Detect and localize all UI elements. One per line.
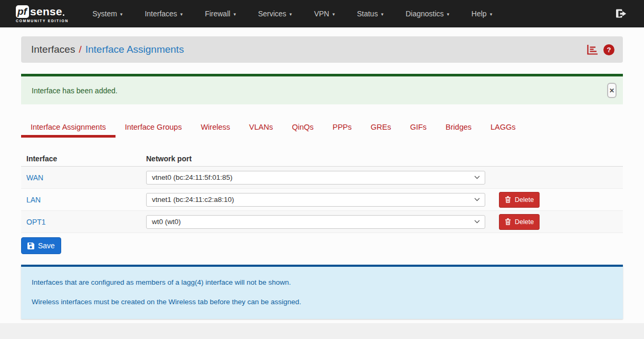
- column-header-interface: Interface: [21, 154, 146, 163]
- delete-button-opt1[interactable]: Delete: [499, 214, 540, 230]
- nav-item-label: VPN: [314, 9, 329, 18]
- chevron-down-icon: ▾: [332, 12, 335, 17]
- nav-item-help[interactable]: Help▾: [460, 0, 503, 27]
- note-wireless: Wireless interfaces must be created on t…: [32, 298, 612, 306]
- interface-tabs: Interface AssignmentsInterface GroupsWir…: [21, 118, 623, 138]
- delete-button-label: Delete: [515, 196, 534, 204]
- actions-cell: Delete: [492, 214, 623, 230]
- trash-icon: [505, 218, 511, 225]
- success-alert: Interface has been added. ✕: [21, 74, 623, 104]
- tab-ppps[interactable]: PPPs: [323, 118, 361, 138]
- pfsense-logo[interactable]: pf sense COMMUNITY EDITION: [16, 5, 69, 23]
- note-lagg: Interfaces that are configured as member…: [32, 278, 612, 286]
- column-header-network-port: Network port: [146, 154, 492, 163]
- chevron-down-icon: ▾: [290, 12, 292, 17]
- alert-message: Interface has been added.: [32, 86, 118, 95]
- tab-gifs[interactable]: GIFs: [400, 118, 436, 138]
- table-row: WANvtnet0 (bc:24:11:5f:01:85): [21, 167, 623, 189]
- chevron-down-icon: ▾: [381, 12, 383, 17]
- tab-interface-assignments[interactable]: Interface Assignments: [21, 118, 116, 138]
- delete-button-label: Delete: [515, 218, 534, 226]
- network-port-select-wan[interactable]: vtnet0 (bc:24:11:5f:01:85): [146, 171, 485, 185]
- close-icon[interactable]: ✕: [607, 83, 617, 98]
- table-rows: WANvtnet0 (bc:24:11:5f:01:85)LANvtnet1 (…: [21, 167, 623, 233]
- logo-registered-dot: [63, 14, 64, 16]
- actions-cell: Delete: [492, 192, 623, 208]
- page-body: Interfaces/Interface Assignments ? Inter…: [0, 36, 644, 319]
- tab-qinqs[interactable]: QinQs: [282, 118, 323, 138]
- status-log-icon[interactable]: [587, 44, 599, 55]
- network-port-selected-value: wt0 (wt0): [152, 218, 181, 226]
- interface-link-lan[interactable]: LAN: [26, 196, 41, 204]
- nav-item-label: Interfaces: [145, 9, 177, 18]
- interface-cell: LAN: [21, 195, 146, 205]
- network-port-selected-value: vtnet1 (bc:24:11:c2:a8:10): [152, 196, 234, 204]
- chevron-down-icon: ▾: [234, 12, 236, 17]
- chevron-down-icon: ▾: [490, 12, 493, 17]
- community-edition-label: COMMUNITY EDITION: [16, 19, 69, 23]
- interface-link-wan[interactable]: WAN: [26, 173, 43, 182]
- breadcrumb-section[interactable]: Interfaces: [31, 44, 75, 55]
- tab-wireless[interactable]: Wireless: [191, 118, 240, 138]
- pf-logo-mark: pf: [16, 5, 29, 18]
- help-icon[interactable]: ?: [603, 44, 614, 55]
- breadcrumb-page: Interface Assignments: [85, 44, 184, 55]
- nav-item-interfaces[interactable]: Interfaces▾: [133, 0, 194, 27]
- tab-laggs[interactable]: LAGGs: [481, 118, 525, 138]
- save-icon: [27, 243, 34, 249]
- save-button[interactable]: Save: [21, 237, 61, 254]
- chevron-down-icon: ▾: [447, 12, 449, 17]
- main-menu: System▾Interfaces▾Firewall▾Services▾VPN▾…: [81, 0, 503, 27]
- table-header-row: Interface Network port: [21, 151, 623, 167]
- interface-assignments-table: Interface Network port WANvtnet0 (bc:24:…: [21, 151, 623, 233]
- nav-item-diagnostics[interactable]: Diagnostics▾: [395, 0, 460, 27]
- network-port-cell: wt0 (wt0): [146, 215, 492, 229]
- table-row: OPT1wt0 (wt0)Delete: [21, 211, 623, 233]
- nav-item-label: Firewall: [205, 9, 230, 18]
- nav-item-status[interactable]: Status▾: [346, 0, 395, 27]
- chevron-down-icon: [474, 220, 480, 224]
- pfsense-logo-text: sense: [30, 5, 62, 18]
- breadcrumb: Interfaces/Interface Assignments ?: [21, 36, 623, 63]
- network-port-cell: vtnet1 (bc:24:11:c2:a8:10): [146, 193, 492, 207]
- chevron-down-icon: ▾: [180, 12, 183, 17]
- nav-item-label: Help: [472, 9, 487, 18]
- network-port-select-lan[interactable]: vtnet1 (bc:24:11:c2:a8:10): [146, 193, 485, 207]
- network-port-cell: vtnet0 (bc:24:11:5f:01:85): [146, 171, 492, 185]
- chevron-down-icon: ▾: [120, 12, 123, 17]
- nav-item-firewall[interactable]: Firewall▾: [194, 0, 247, 27]
- delete-button-lan[interactable]: Delete: [499, 192, 540, 208]
- interface-link-opt1[interactable]: OPT1: [26, 218, 46, 226]
- tab-bridges[interactable]: Bridges: [436, 118, 481, 138]
- nav-item-label: Status: [357, 9, 378, 18]
- tab-vlans[interactable]: VLANs: [239, 118, 282, 138]
- top-navbar: pf sense COMMUNITY EDITION System▾Interf…: [0, 0, 644, 27]
- nav-item-label: System: [92, 9, 117, 18]
- nav-item-vpn[interactable]: VPN▾: [303, 0, 345, 27]
- breadcrumb-separator: /: [79, 44, 81, 55]
- network-port-selected-value: vtnet0 (bc:24:11:5f:01:85): [152, 173, 233, 181]
- main-content-area: pf sense COMMUNITY EDITION System▾Interf…: [0, 0, 644, 323]
- interface-cell: OPT1: [21, 217, 146, 227]
- chevron-down-icon: [474, 176, 480, 179]
- nav-item-label: Services: [258, 9, 286, 18]
- tab-interface-groups[interactable]: Interface Groups: [116, 118, 191, 138]
- table-row: LANvtnet1 (bc:24:11:c2:a8:10)Delete: [21, 189, 623, 211]
- info-note-box: Interfaces that are configured as member…: [21, 265, 623, 319]
- save-button-label: Save: [38, 241, 55, 250]
- page-title: Interfaces/Interface Assignments: [31, 44, 184, 55]
- nav-item-label: Diagnostics: [406, 9, 444, 18]
- pfsense-logo-wordmark: pf sense: [16, 5, 69, 18]
- header-icons: ?: [587, 44, 614, 55]
- chevron-down-icon: [474, 198, 480, 201]
- network-port-select-opt1[interactable]: wt0 (wt0): [146, 215, 485, 229]
- trash-icon: [505, 196, 511, 203]
- nav-item-system[interactable]: System▾: [81, 0, 133, 27]
- logout-icon[interactable]: [616, 8, 627, 19]
- navbar-right: [616, 8, 627, 19]
- nav-item-services[interactable]: Services▾: [247, 0, 303, 27]
- interface-cell: WAN: [21, 173, 146, 182]
- tab-gres[interactable]: GREs: [361, 118, 401, 138]
